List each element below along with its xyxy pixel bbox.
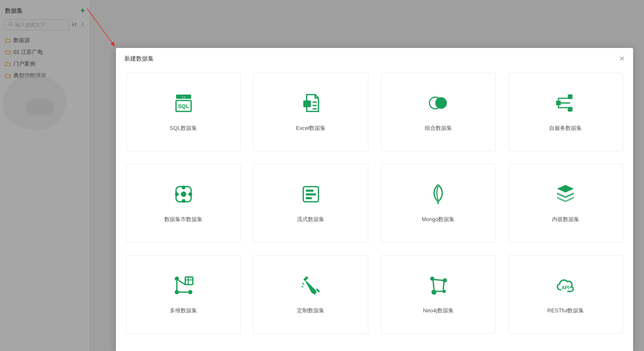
svg-rect-30 xyxy=(306,197,312,199)
svg-rect-28 xyxy=(306,190,313,192)
card-label: Neo4j数据集 xyxy=(423,307,454,314)
svg-point-39 xyxy=(431,290,436,295)
svg-text:SQL: SQL xyxy=(178,103,189,109)
cube-icon xyxy=(173,274,195,296)
combine-icon xyxy=(427,92,449,114)
svg-text:< >: < > xyxy=(181,96,185,98)
mongo-icon xyxy=(427,183,449,205)
svg-point-37 xyxy=(430,277,434,281)
card-label: 流式数据集 xyxy=(297,216,324,223)
svg-rect-20 xyxy=(568,107,573,111)
svg-text:API: API xyxy=(562,285,569,290)
svg-point-17 xyxy=(435,97,447,109)
card-label: 组合数据集 xyxy=(425,124,452,132)
card-label: 定制数据集 xyxy=(297,307,324,314)
card-restful-dataset[interactable]: API RESTful数据集 xyxy=(508,255,623,334)
market-icon xyxy=(173,183,195,205)
svg-point-32 xyxy=(175,277,179,281)
svg-point-26 xyxy=(189,193,192,195)
svg-text:X: X xyxy=(305,101,309,106)
card-label: SQL数据集 xyxy=(170,124,197,132)
dialog-header: 新建数据集 ✕ xyxy=(116,48,633,69)
svg-point-33 xyxy=(175,290,179,294)
card-excel-dataset[interactable]: X Excel数据集 xyxy=(253,73,368,151)
dialog-title: 新建数据集 xyxy=(124,55,154,63)
card-custom-dataset[interactable]: 定制数据集 xyxy=(253,255,368,334)
dataset-type-grid: < >SQL SQL数据集 X Excel数据集 组合数据集 自服务数据集 xyxy=(116,69,633,344)
svg-point-24 xyxy=(182,200,185,202)
card-sql-dataset[interactable]: < >SQL SQL数据集 xyxy=(126,73,241,151)
sql-icon: < >SQL xyxy=(173,92,195,114)
svg-point-23 xyxy=(182,186,185,189)
card-mongo-dataset[interactable]: Mongo数据集 xyxy=(381,164,496,243)
close-icon[interactable]: ✕ xyxy=(619,55,625,63)
card-label: 内嵌数据集 xyxy=(552,216,579,223)
card-label: RESTful数据集 xyxy=(547,307,584,314)
stream-icon xyxy=(300,183,322,205)
restful-icon: API xyxy=(555,274,576,296)
card-cube-dataset[interactable]: 多维数据集 xyxy=(126,255,241,334)
card-combine-dataset[interactable]: 组合数据集 xyxy=(381,73,496,151)
embed-icon xyxy=(555,183,576,205)
svg-point-38 xyxy=(443,278,447,282)
card-neo4j-dataset[interactable]: Neo4j数据集 xyxy=(381,255,496,334)
card-label: 自服务数据集 xyxy=(549,124,582,132)
card-label: 多维数据集 xyxy=(170,307,197,314)
card-label: 数据集市数据集 xyxy=(164,216,202,223)
custom-icon xyxy=(300,274,322,296)
card-stream-dataset[interactable]: 流式数据集 xyxy=(253,164,368,243)
card-label: Mongo数据集 xyxy=(422,216,455,223)
svg-rect-36 xyxy=(316,288,320,293)
card-label: Excel数据集 xyxy=(296,124,326,132)
card-selfservice-dataset[interactable]: 自服务数据集 xyxy=(508,73,623,151)
svg-point-40 xyxy=(442,290,446,293)
new-dataset-dialog: 新建数据集 ✕ < >SQL SQL数据集 X Excel数据集 组合数据集 xyxy=(116,48,633,351)
svg-rect-19 xyxy=(556,100,561,105)
svg-rect-35 xyxy=(185,277,193,285)
excel-icon: X xyxy=(300,92,322,114)
svg-rect-29 xyxy=(306,193,316,195)
svg-rect-18 xyxy=(568,95,573,99)
card-embed-dataset[interactable]: 内嵌数据集 xyxy=(508,164,623,243)
card-market-dataset[interactable]: 数据集市数据集 xyxy=(126,164,241,243)
svg-point-34 xyxy=(188,290,192,294)
neo4j-icon xyxy=(427,274,449,296)
svg-point-22 xyxy=(181,192,186,196)
svg-point-25 xyxy=(176,193,178,195)
selfservice-icon xyxy=(555,92,576,114)
